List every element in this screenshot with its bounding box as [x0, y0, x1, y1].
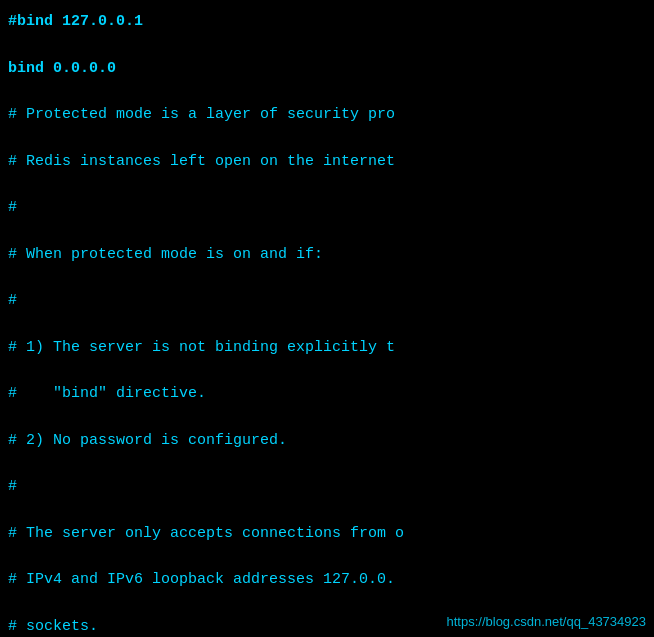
code-line: # When protected mode is on and if:: [8, 243, 646, 266]
code-line: # The server only accepts connections fr…: [8, 522, 646, 545]
code-container: #bind 127.0.0.1 bind 0.0.0.0 # Protected…: [0, 0, 654, 637]
code-line: #: [8, 196, 646, 219]
code-line: # "bind" directive.: [8, 382, 646, 405]
code-line: # 1) The server is not binding explicitl…: [8, 336, 646, 359]
code-line: # Protected mode is a layer of security …: [8, 103, 646, 126]
code-line: #: [8, 475, 646, 498]
code-line: # Redis instances left open on the inter…: [8, 150, 646, 173]
code-line: #bind 127.0.0.1: [8, 10, 646, 33]
code-line: # IPv4 and IPv6 loopback addresses 127.0…: [8, 568, 646, 591]
code-line: # 2) No password is configured.: [8, 429, 646, 452]
code-line: #: [8, 289, 646, 312]
code-line: bind 0.0.0.0: [8, 57, 646, 80]
watermark-label: https://blog.csdn.net/qq_43734923: [447, 614, 647, 629]
